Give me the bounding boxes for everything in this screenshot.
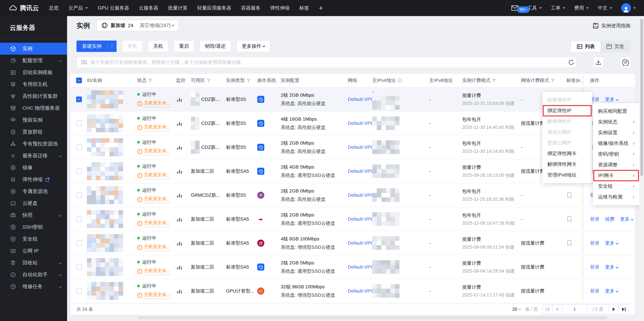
vpc-link[interactable]: Default-VPC — [348, 145, 374, 150]
page-input[interactable]: 1 — [562, 305, 587, 314]
sidebar-item-14[interactable]: 云硬盘 — [0, 197, 67, 209]
sidebar-item-18[interactable]: IP 公网 IP — [0, 245, 67, 257]
row-action-more[interactable]: 更多 — [605, 96, 618, 102]
security-warning[interactable]: !主机安全未... — [137, 268, 174, 275]
security-warning[interactable]: !主机安全未... — [137, 292, 174, 299]
sidebar-item-17[interactable]: 安全组 — [0, 233, 67, 245]
column-header-4[interactable]: 可用区 — [191, 77, 226, 84]
nav-item-6[interactable]: 轻量应用服务器 — [197, 5, 231, 11]
context-menu-item-6[interactable]: 绑定弹性网卡 — [542, 148, 592, 159]
sidebar-item-15[interactable]: 快照 — [0, 209, 67, 221]
security-warning[interactable]: !主机安全未... — [137, 148, 174, 155]
context-menu-item-2[interactable]: 绑定弹性IP — [542, 105, 592, 116]
row-checkbox[interactable] — [76, 240, 82, 246]
sidebar-item-7[interactable]: 预留实例 — [0, 114, 67, 126]
sidebar-item-20[interactable]: 自动化助手 — [0, 269, 67, 281]
security-warning[interactable]: !主机安全未... — [137, 100, 174, 107]
sidebar-item-6[interactable]: CHC 物理服务器 — [0, 102, 67, 114]
more-menu-item-1[interactable]: 购买相同配置 — [593, 106, 639, 117]
settings-button[interactable] — [620, 57, 630, 67]
row-action-login[interactable]: 登录 — [590, 288, 600, 294]
nav-item-9[interactable]: 标签 — [299, 5, 309, 11]
sidebar-item-21[interactable]: 维修任务 — [0, 281, 67, 293]
vpc-link[interactable]: Default-VPC — [348, 288, 374, 294]
row-checkbox[interactable] — [76, 120, 82, 126]
vpc-link[interactable]: Default-VPC — [348, 217, 374, 222]
restart-button[interactable]: 重启 — [174, 40, 194, 52]
create-instance-more-icon[interactable]: ⋮ — [107, 44, 116, 49]
refresh-button[interactable] — [566, 57, 576, 67]
more-menu-item-9[interactable]: 运维与检测 — [593, 192, 639, 202]
more-actions-button[interactable]: 更多操作 — [237, 40, 270, 52]
vpc-link[interactable]: Default-VPC — [348, 121, 374, 126]
security-warning[interactable]: !主机安全未... — [137, 220, 174, 227]
start-button[interactable]: 开机 — [122, 40, 142, 52]
tag-cell[interactable] — [566, 216, 580, 222]
vpc-link[interactable]: Default-VPC — [348, 264, 374, 270]
nav-billing[interactable]: 费用 — [574, 5, 589, 11]
row-action-login[interactable]: 登录 — [590, 264, 600, 270]
instance-id-cell[interactable] — [87, 186, 137, 204]
security-warning[interactable]: !主机安全未... — [137, 196, 174, 203]
row-action-more[interactable]: 更多 — [620, 216, 633, 222]
context-menu-item-7[interactable]: 解绑弹性网卡 — [542, 159, 592, 170]
view-list-button[interactable]: 列表 — [571, 41, 600, 52]
monitor-cell[interactable] — [176, 216, 191, 223]
sidebar-item-8[interactable]: 置放群组 — [0, 126, 67, 138]
nav-item-10[interactable]: + — [319, 4, 323, 12]
sidebar-item-11[interactable]: 镜像 — [0, 162, 67, 174]
tag-cell[interactable] — [566, 192, 580, 198]
create-instance-button[interactable]: 新建实例 ⋮ — [76, 40, 116, 52]
security-warning[interactable]: !主机安全未... — [137, 124, 174, 131]
row-action-renew[interactable]: 续费 — [605, 216, 614, 222]
more-menu-item-8[interactable]: 安全组 — [593, 181, 639, 192]
row-checkbox[interactable] — [76, 192, 82, 198]
vpc-link[interactable]: Default-VPC — [348, 240, 374, 246]
sidebar-item-1[interactable]: 实例 — [0, 43, 67, 55]
instance-id-cell[interactable] — [87, 234, 137, 252]
monitor-cell[interactable] — [176, 192, 191, 199]
instance-id-cell[interactable] — [87, 282, 137, 300]
nav-item-5[interactable]: 批量计算 — [168, 5, 188, 11]
instance-id-cell[interactable] — [87, 138, 137, 156]
nav-item-4[interactable]: 云服务器 — [139, 5, 158, 11]
row-action-more[interactable]: 更多 — [605, 264, 618, 270]
more-menu-item-6[interactable]: 资源调整 — [593, 159, 639, 170]
column-header-12[interactable]: 网络计费模式 — [521, 77, 566, 84]
instance-id-cell[interactable] — [87, 210, 137, 228]
security-warning[interactable]: !主机安全未... — [137, 244, 174, 251]
row-checkbox[interactable] — [76, 144, 82, 150]
sidebar-item-4[interactable]: 专用宿主机 — [0, 78, 67, 90]
destroy-button[interactable]: 销毁/退还 — [200, 40, 231, 52]
context-menu-item-8[interactable]: 管理IPv6地址 — [542, 170, 592, 180]
more-menu-item-7[interactable]: IP/网卡 — [593, 170, 639, 181]
prev-page-button[interactable] — [552, 305, 562, 314]
account-menu[interactable] — [621, 3, 636, 13]
nav-item-1[interactable]: 总览 — [49, 5, 59, 11]
sidebar-item-13[interactable]: 专属资源池 — [0, 185, 67, 197]
vpc-link[interactable]: Default-VPC — [348, 169, 374, 174]
nav-item-8[interactable]: 弹性伸缩 — [270, 5, 290, 11]
instance-id-cell[interactable] — [87, 114, 137, 132]
sidebar-item-12[interactable]: 弹性伸缩 — [0, 174, 67, 185]
security-warning[interactable]: !主机安全未... — [137, 172, 174, 179]
row-action-more[interactable]: 更多 — [605, 240, 618, 246]
row-action-more[interactable]: 更多 — [605, 288, 618, 294]
row-checkbox[interactable] — [76, 168, 82, 174]
monitor-cell[interactable] — [176, 168, 191, 175]
instance-guide-link[interactable]: 实例使用指南 — [592, 22, 630, 29]
row-checkbox[interactable] — [76, 264, 82, 270]
region-selector[interactable]: 新加坡 24 其它地域(197) — [96, 20, 179, 31]
monitor-cell[interactable] — [176, 120, 191, 127]
last-page-button[interactable] — [619, 305, 628, 314]
vpc-link[interactable]: Default-VPC — [348, 97, 374, 102]
page-size-select[interactable]: 20 — [512, 307, 521, 312]
row-checkbox[interactable]: ✓ — [76, 96, 82, 102]
nav-item-7[interactable]: 容器服务 — [241, 5, 260, 11]
sidebar-item-9[interactable]: 专有预扣资源池 — [0, 138, 67, 150]
nav-item-3[interactable]: GPU 云服务器 — [98, 5, 129, 11]
tencent-cloud-logo[interactable]: 腾讯云 — [9, 4, 39, 12]
monitor-cell[interactable] — [176, 144, 191, 151]
next-page-button[interactable] — [609, 305, 619, 314]
horizontal-scrollbar[interactable] — [138, 316, 607, 319]
